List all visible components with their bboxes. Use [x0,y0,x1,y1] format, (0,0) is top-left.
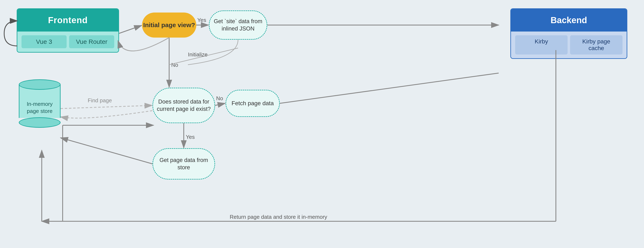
backend-title: Backend [550,15,587,25]
frontend-header: Frontend [17,9,118,32]
fetch-page-data-node: Fetch page data [226,90,280,117]
svg-text:Initialize: Initialize [188,51,208,58]
svg-line-19 [280,73,499,103]
in-memory-label: In-memorypage store [23,100,56,115]
diagram-container: Frontend Vue 3 Vue Router Backend Kirby … [0,0,644,248]
initial-page-view-node: Initial page view? [142,12,196,38]
svg-line-24 [60,138,152,164]
svg-text:Find page: Find page [88,97,112,104]
svg-text:Return page data and store it : Return page data and store it in-memory [230,214,327,220]
cylinder-top [19,79,60,90]
frontend-title: Frontend [48,15,88,25]
svg-text:No: No [171,62,178,68]
get-page-store-node: Get page data from store [152,148,215,180]
backend-header: Backend [511,9,627,32]
svg-line-17 [215,103,225,106]
does-stored-data-node: Does stored data for current page id exi… [152,88,215,123]
kirby-page-cache-component: Kirby page cache [570,35,622,54]
svg-line-22 [60,106,152,108]
frontend-box: Frontend Vue 3 Vue Router [17,8,119,52]
cylinder-bottom [19,117,60,128]
svg-line-15 [169,48,238,65]
vue3-component: Vue 3 [22,35,66,48]
in-memory-store-container: In-memorypage store [17,79,63,128]
vue-router-component: Vue Router [69,35,114,48]
svg-text:Yes: Yes [186,134,194,140]
cylinder: In-memorypage store [19,79,60,128]
backend-components: Kirby Kirby page cache [511,32,627,58]
get-site-data-node: Get `site` data from inlined JSON [209,10,267,40]
svg-text:No: No [216,95,223,102]
backend-box: Backend Kirby Kirby page cache [510,8,627,59]
frontend-components: Vue 3 Vue Router [17,32,118,52]
svg-text:Yes: Yes [197,17,206,23]
svg-line-3 [119,26,142,34]
kirby-component: Kirby [515,35,568,54]
